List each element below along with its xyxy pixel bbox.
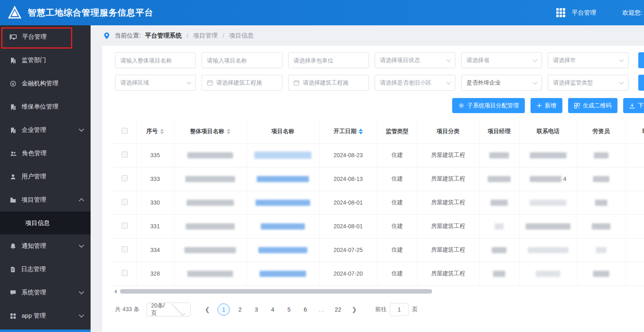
next-page-button[interactable]: ❯ xyxy=(348,303,360,316)
breadcrumb-section[interactable]: 项目管理 xyxy=(193,32,218,40)
row-checkbox[interactable] xyxy=(122,223,128,229)
scroll-left-icon xyxy=(114,290,117,294)
city-select[interactable]: 请选择市 xyxy=(548,52,628,68)
cell-project-name[interactable] xyxy=(246,167,319,191)
sidebar-item-notifications[interactable]: 通知管理 xyxy=(0,234,91,258)
col-category: 项目分类 xyxy=(417,120,479,143)
breadcrumb-root[interactable]: 平台管理系统 xyxy=(145,32,182,40)
cell-project-name[interactable] xyxy=(246,238,319,262)
page-number[interactable]: 2 xyxy=(234,303,246,316)
cell-category: 房屋建筑工程 xyxy=(417,238,479,262)
cell-category: 房屋建筑工程 xyxy=(417,214,479,238)
cell-labor-officer xyxy=(577,167,625,191)
table-row[interactable]: 335 2024-08-23 住建 房屋建筑工程 xyxy=(113,143,644,167)
generate-qrcode-button[interactable]: 生成二维码 xyxy=(568,98,617,113)
cell-overall-name xyxy=(174,167,246,191)
overall-project-name-input[interactable] xyxy=(115,52,196,68)
sidebar-item-label: 通知管理 xyxy=(22,242,74,250)
reset-button[interactable] xyxy=(638,75,644,91)
contractor-input[interactable] xyxy=(288,52,369,68)
goto-page-input[interactable] xyxy=(390,303,409,316)
sort-icon[interactable] xyxy=(227,129,231,134)
region-select[interactable]: 请选择区域 xyxy=(115,75,196,91)
select-all-checkbox[interactable] xyxy=(122,128,128,134)
table-row[interactable]: 334 2024-07-25 住建 房屋建筑工程 xyxy=(113,238,644,262)
page-number[interactable]: 6 xyxy=(299,303,311,316)
scrollbar-thumb[interactable] xyxy=(120,289,432,294)
cell-project-name[interactable] xyxy=(246,262,319,285)
sidebar-subitem-project-info[interactable]: 项目信息 xyxy=(0,212,91,234)
col-seq[interactable]: 序号 xyxy=(136,120,174,143)
cell-project-name[interactable] xyxy=(246,191,319,214)
cell-project-name[interactable] xyxy=(246,143,319,167)
cell-seq: 334 xyxy=(136,238,174,262)
sidebar-item-platform[interactable]: 平台管理 xyxy=(0,25,91,49)
row-checkbox[interactable] xyxy=(122,270,128,276)
download-button[interactable]: 下载 xyxy=(623,98,644,113)
page-number[interactable]: 5 xyxy=(283,303,295,316)
sidebar-item-logs[interactable]: 日志管理 xyxy=(0,258,91,281)
actions-row: 子系统项目分配管理 新增 生成二维码 下载 xyxy=(102,98,644,113)
table-row[interactable]: 330 2024-08-01 住建 房屋建筑工程 xyxy=(113,191,644,214)
col-manager: 项目经理 xyxy=(479,120,519,143)
end-date-picker[interactable]: 请选择建筑工程施 xyxy=(288,75,369,91)
horizontal-scrollbar[interactable] xyxy=(120,289,634,294)
sidebar-item-label: app 管理 xyxy=(22,312,74,320)
subsystem-assign-button[interactable]: 子系统项目分配管理 xyxy=(452,98,525,113)
external-enterprise-select[interactable]: 是否外埠企业 xyxy=(461,75,542,91)
sidebar-item-app[interactable]: app 管理 xyxy=(0,304,91,328)
cell-manager xyxy=(479,143,519,167)
row-checkbox[interactable] xyxy=(122,152,128,158)
row-checkbox[interactable] xyxy=(122,246,128,252)
sidebar-item-supervision-dept[interactable]: 监管部门 xyxy=(0,49,91,72)
sort-icon[interactable] xyxy=(160,129,164,134)
filter-row-1: 请选择项目状态 请选择省 请选择市 xyxy=(102,52,644,68)
apps-grid-icon[interactable] xyxy=(556,8,565,17)
overall-project-name-field[interactable] xyxy=(120,57,191,64)
contractor-field[interactable] xyxy=(293,57,364,64)
row-checkbox[interactable] xyxy=(122,175,128,181)
page-size-select[interactable]: 20条/页 xyxy=(147,303,191,316)
cell-regulation-type: 住建 xyxy=(377,167,417,191)
page-number[interactable]: 3 xyxy=(250,303,262,316)
prev-page-button[interactable]: ❮ xyxy=(201,303,213,316)
search-button[interactable] xyxy=(638,52,644,68)
table-row[interactable]: 331 2024-08-01 住建 房屋建筑工程 xyxy=(113,214,644,238)
sort-icon-active[interactable] xyxy=(359,129,363,134)
col-labor-officer: 劳资员 xyxy=(577,120,625,143)
table-row[interactable]: 333 2024-08-13 住建 房屋建筑工程 4 xyxy=(113,167,644,191)
pages-ellipsis[interactable]: ... xyxy=(315,303,328,316)
page-number[interactable]: 1 xyxy=(218,303,230,316)
header-platform-nav[interactable]: 平台管理 xyxy=(572,9,596,17)
sidebar-item-system[interactable]: 系统管理 xyxy=(0,281,91,304)
cell-manager xyxy=(479,238,519,262)
old-area-select[interactable]: 请选择是否老旧小区 xyxy=(375,75,455,91)
table-row[interactable]: 328 2024-07-20 住建 房屋建筑工程 xyxy=(113,262,644,285)
regulation-type-select[interactable]: 请选择监管类型 xyxy=(548,75,628,91)
last-page-number[interactable]: 22 xyxy=(332,303,344,316)
cell-regulation-type: 住建 xyxy=(377,238,417,262)
breadcrumb: 当前位置: 平台管理系统 / 项目管理 / 项目信息 xyxy=(91,25,644,46)
project-status-select[interactable]: 请选择项目状态 xyxy=(375,52,455,68)
sidebar-item-projects[interactable]: 项目管理 xyxy=(0,188,91,212)
add-button[interactable]: 新增 xyxy=(531,98,562,113)
cell-seq: 335 xyxy=(136,143,174,167)
cell-extra xyxy=(625,143,644,167)
province-select[interactable]: 请选择省 xyxy=(461,52,542,68)
sidebar-item-label: 日志管理 xyxy=(21,265,83,273)
sidebar-item-enterprise[interactable]: 企业管理 xyxy=(0,118,91,142)
select-placeholder: 是否外埠企业 xyxy=(466,79,533,87)
sidebar-item-finance-org[interactable]: 金融机构管理 xyxy=(0,72,91,95)
row-checkbox[interactable] xyxy=(122,199,128,205)
col-start-date[interactable]: 开工日期 xyxy=(319,120,377,143)
sidebar-item-roles[interactable]: 角色管理 xyxy=(0,142,91,165)
project-name-field[interactable] xyxy=(207,57,277,64)
sidebar-item-users[interactable]: 用户管理 xyxy=(0,165,91,188)
start-date-picker[interactable]: 请选择建筑工程施 xyxy=(202,75,282,91)
sidebar-item-maintenance-unit[interactable]: 维保单位管理 xyxy=(0,95,91,118)
project-name-input[interactable] xyxy=(202,52,282,68)
main-content: 当前位置: 平台管理系统 / 项目管理 / 项目信息 请选择项目状态 xyxy=(91,25,644,332)
cell-project-name[interactable] xyxy=(246,214,319,238)
col-overall-name[interactable]: 整体项目名称 xyxy=(174,120,246,143)
page-number[interactable]: 4 xyxy=(266,303,279,316)
